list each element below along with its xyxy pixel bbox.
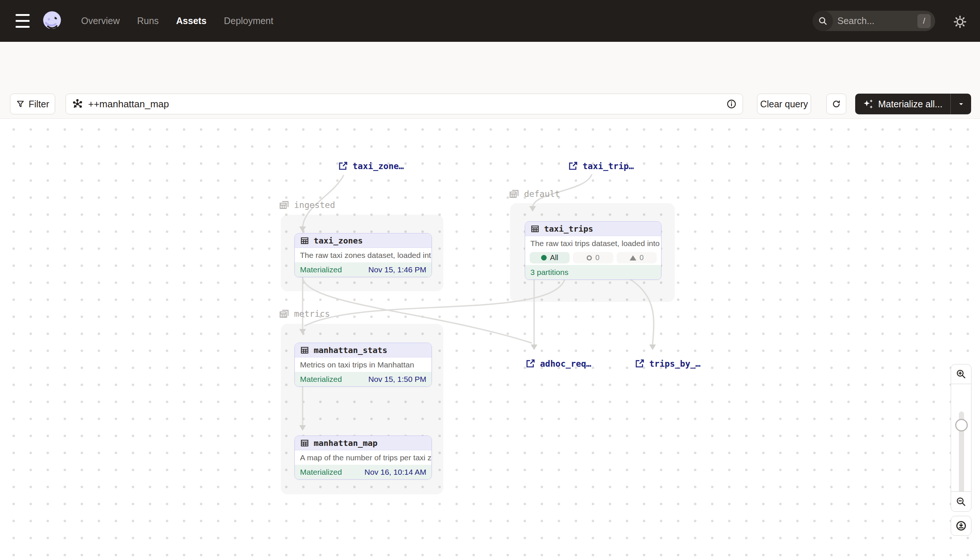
table-icon xyxy=(300,438,309,448)
external-link-icon xyxy=(568,161,578,171)
partition-failed-pill[interactable]: 0 xyxy=(573,252,613,263)
asset-node-manhattan-map[interactable]: manhattan_map A map of the number of tri… xyxy=(295,435,432,479)
asset-node-header: manhattan_stats xyxy=(295,343,432,358)
partition-missing-pill[interactable]: 0 xyxy=(617,252,657,263)
zoom-out-button[interactable] xyxy=(951,491,972,512)
materialization-timestamp[interactable]: Nov 16, 10:14 AM xyxy=(364,468,426,477)
asset-footer: 3 partitions xyxy=(525,265,661,279)
asset-node-header: taxi_zones xyxy=(295,233,432,248)
status-badge: Materialized xyxy=(300,468,342,477)
asset-node-manhattan-stats[interactable]: manhattan_stats Metrics on taxi trips in… xyxy=(295,343,432,387)
status-badge: Materialized xyxy=(300,265,342,274)
menu-hamburger-icon[interactable] xyxy=(16,14,30,28)
external-link-icon xyxy=(525,359,535,369)
ring-icon xyxy=(587,255,592,261)
partition-all-pill[interactable]: All xyxy=(530,252,570,263)
nav-deployment[interactable]: Deployment xyxy=(224,16,273,26)
search-icon xyxy=(813,11,833,31)
materialize-all-main[interactable]: Materialize all... xyxy=(855,98,950,110)
nav-assets[interactable]: Assets xyxy=(176,16,207,26)
filter-button[interactable]: Filter xyxy=(10,94,55,114)
external-asset-taxi-zone[interactable]: taxi_zone… xyxy=(338,161,404,171)
external-link-icon xyxy=(635,359,645,369)
asset-node-header: manhattan_map xyxy=(295,436,432,450)
dagster-octopus-icon xyxy=(41,10,63,31)
status-badge: Materialized xyxy=(300,375,342,384)
global-search[interactable]: / xyxy=(813,11,935,31)
asset-description: The raw taxi trips dataset, loaded into … xyxy=(525,236,661,251)
group-table-icon xyxy=(278,199,290,210)
partition-health-row: All 0 0 xyxy=(525,251,661,265)
success-dot-icon xyxy=(541,255,547,261)
settings-gear-icon[interactable] xyxy=(953,15,967,29)
funnel-icon xyxy=(16,100,25,108)
group-table-icon xyxy=(278,308,290,319)
topbar: Overview Runs Assets Deployment / xyxy=(0,0,980,42)
external-asset-adhoc-req[interactable]: adhoc_req… xyxy=(525,359,591,369)
group-table-icon xyxy=(509,188,520,199)
asset-query-value[interactable] xyxy=(88,98,721,110)
dagster-logo[interactable] xyxy=(41,10,63,31)
external-asset-trips-by[interactable]: trips_by_… xyxy=(635,359,700,369)
asset-selection-input[interactable] xyxy=(66,94,743,114)
table-icon xyxy=(300,346,309,355)
lineage-edges xyxy=(0,119,980,558)
lineage-toolbar: Filter Clear query Materia xyxy=(0,94,980,118)
nav-runs[interactable]: Runs xyxy=(137,16,158,26)
asset-node-taxi-zones[interactable]: taxi_zones The raw taxi zones dataset, l… xyxy=(295,233,432,277)
zoom-in-button[interactable] xyxy=(951,364,972,384)
materialization-timestamp[interactable]: Nov 15, 1:50 PM xyxy=(369,375,426,384)
sparkle-icon xyxy=(863,98,874,110)
clear-query-button[interactable]: Clear query xyxy=(757,94,811,114)
search-input[interactable] xyxy=(833,16,917,26)
lineage-canvas[interactable]: ingested default metrics taxi_zone… taxi… xyxy=(0,118,980,558)
asset-footer: Materialized Nov 15, 1:46 PM xyxy=(295,263,432,277)
zoom-in-icon xyxy=(955,369,967,380)
materialize-all-button[interactable]: Materialize all... xyxy=(855,94,971,114)
page-header: Global Asset Lineage Reload definitions xyxy=(0,42,980,94)
zoom-slider[interactable] xyxy=(951,384,972,491)
table-icon xyxy=(530,224,540,233)
partition-count[interactable]: 3 partitions xyxy=(530,268,568,277)
refresh-icon xyxy=(832,99,841,109)
nav-overview[interactable]: Overview xyxy=(81,16,120,26)
asset-footer: Materialized Nov 16, 10:14 AM xyxy=(295,465,432,479)
zoom-slider-handle[interactable] xyxy=(955,419,968,432)
asset-description: The raw taxi zones dataset, loaded int..… xyxy=(295,248,432,263)
asset-description: Metrics on taxi trips in Manhattan xyxy=(295,358,432,372)
graph-query-icon xyxy=(72,98,83,110)
search-shortcut-badge: / xyxy=(917,14,931,28)
asset-node-taxi-trips[interactable]: taxi_trips The raw taxi trips dataset, l… xyxy=(525,221,662,280)
info-icon[interactable] xyxy=(726,99,737,109)
table-icon xyxy=(300,236,309,245)
asset-description: A map of the number of trips per taxi z.… xyxy=(295,450,432,465)
zoom-out-icon xyxy=(955,496,967,507)
group-label-metrics: metrics xyxy=(278,308,330,319)
materialize-options-caret[interactable] xyxy=(950,94,971,114)
group-label-ingested: ingested xyxy=(278,199,335,210)
download-icon xyxy=(955,520,967,532)
download-image-button[interactable] xyxy=(951,516,972,536)
external-asset-taxi-trip[interactable]: taxi_trip… xyxy=(568,161,634,171)
top-nav: Overview Runs Assets Deployment xyxy=(81,0,273,42)
refresh-button[interactable] xyxy=(826,94,846,114)
group-label-default: default xyxy=(509,188,560,199)
triangle-icon xyxy=(630,255,636,261)
external-link-icon xyxy=(338,161,348,171)
chevron-down-icon xyxy=(957,100,965,108)
asset-footer: Materialized Nov 15, 1:50 PM xyxy=(295,372,432,386)
materialization-timestamp[interactable]: Nov 15, 1:46 PM xyxy=(369,265,426,274)
zoom-controls xyxy=(951,364,972,512)
asset-node-header: taxi_trips xyxy=(525,222,661,236)
